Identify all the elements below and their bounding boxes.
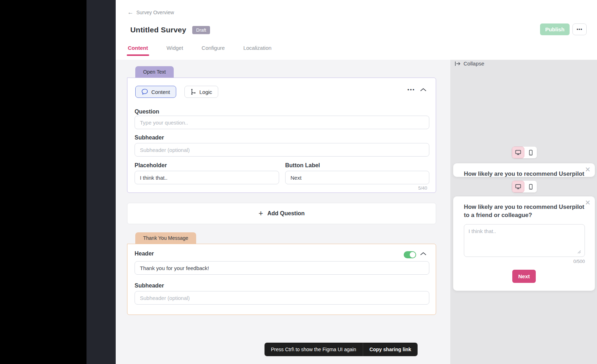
chevron-up-icon[interactable] — [420, 252, 426, 255]
publish-button[interactable]: Publish — [540, 23, 570, 35]
button-label-label: Button Label — [285, 162, 320, 169]
collapse-label: Collapse — [464, 60, 484, 67]
kebab-icon: ••• — [577, 27, 583, 32]
preview-question-text: How likely are you to recommend Userpilo… — [464, 170, 586, 177]
mobile-toggle-button[interactable] — [524, 147, 537, 158]
preview-answer-textarea[interactable] — [464, 224, 585, 257]
content-segment-button[interactable]: Content — [135, 86, 176, 98]
status-badge: Draft — [192, 26, 210, 34]
char-counter: 5/40 — [418, 185, 427, 191]
figma-toast: Press Ctrl\ to show the Figma UI again C… — [265, 343, 418, 356]
thank-you-tag: Thank You Message — [135, 232, 196, 244]
desktop-icon — [515, 184, 521, 189]
title-row: Untitled Survey Draft — [130, 26, 210, 34]
tab-localization[interactable]: Localization — [243, 45, 271, 56]
main-tabs: Content Widget Configure Localization — [128, 45, 272, 56]
left-black-panel — [0, 0, 87, 364]
preview-question-text: How likely are you to recommend Userpilo… — [464, 203, 586, 219]
close-icon[interactable]: ✕ — [585, 165, 591, 174]
close-icon[interactable]: ✕ — [585, 199, 591, 207]
placeholder-input[interactable] — [135, 171, 279, 184]
breadcrumb-back[interactable]: ← Survey Overview — [127, 9, 174, 15]
toggle-knob — [410, 252, 415, 258]
subheader-label: Subheader — [135, 134, 164, 141]
question-input[interactable] — [135, 116, 429, 129]
question-type-tag: Open Text — [135, 66, 174, 78]
header-label: Header — [135, 250, 154, 257]
left-dark-sidebar — [87, 0, 116, 364]
page-title: Untitled Survey — [130, 26, 186, 34]
survey-builder-app: ← Survey Overview Untitled Survey Draft … — [0, 0, 597, 364]
add-question-label: Add Question — [267, 210, 305, 217]
add-question-button[interactable]: + Add Question — [127, 203, 436, 224]
speech-bubble-icon — [141, 89, 148, 95]
question-label: Question — [135, 109, 159, 115]
mobile-toggle-button[interactable] — [524, 181, 537, 192]
logic-branch-icon — [190, 89, 196, 95]
subheader-label: Subheader — [135, 283, 164, 289]
logic-segment-button[interactable]: Logic — [184, 86, 218, 98]
survey-preview-card-clipped: ✕ How likely are you to recommend Userpi… — [453, 163, 595, 177]
subheader-input[interactable] — [135, 143, 429, 157]
device-toggle — [512, 147, 537, 158]
plus-icon: + — [258, 209, 263, 218]
thank-you-header-input[interactable] — [135, 261, 429, 275]
survey-preview-card: ✕ How likely are you to recommend Userpi… — [453, 196, 595, 291]
content-segment-label: Content — [151, 89, 170, 95]
open-text-question-card: Content Logic ••• Question Subheader Pla… — [127, 78, 436, 193]
mobile-icon — [529, 184, 533, 190]
preview-char-counter: 0/500 — [573, 259, 585, 264]
collapse-panel-button[interactable]: Collapse — [455, 60, 484, 67]
tab-configure[interactable]: Configure — [201, 45, 225, 56]
placeholder-label: Placeholder — [135, 162, 167, 169]
logic-segment-label: Logic — [199, 89, 212, 95]
copy-sharing-link-button[interactable]: Copy sharing link — [363, 347, 418, 352]
chevron-up-icon[interactable] — [420, 88, 426, 91]
mobile-icon — [529, 150, 533, 155]
more-options-button[interactable]: ••• — [572, 23, 587, 35]
header-toggle[interactable] — [404, 251, 416, 258]
thank-you-card: Header Subheader — [127, 244, 436, 315]
desktop-toggle-button[interactable] — [512, 181, 524, 192]
card-more-icon[interactable]: ••• — [407, 86, 415, 93]
preview-next-button[interactable]: Next — [512, 270, 536, 283]
back-arrow-icon: ← — [127, 9, 133, 15]
desktop-icon — [515, 150, 521, 155]
button-label-input[interactable] — [285, 171, 429, 184]
tab-content[interactable]: Content — [128, 45, 148, 56]
toast-message: Press Ctrl\ to show the Figma UI again — [265, 347, 363, 352]
collapse-icon — [455, 61, 461, 66]
thank-you-subheader-input[interactable] — [135, 291, 429, 305]
desktop-toggle-button[interactable] — [512, 147, 524, 158]
tab-widget[interactable]: Widget — [167, 45, 183, 56]
device-toggle — [512, 181, 537, 192]
breadcrumb-label: Survey Overview — [136, 10, 174, 15]
